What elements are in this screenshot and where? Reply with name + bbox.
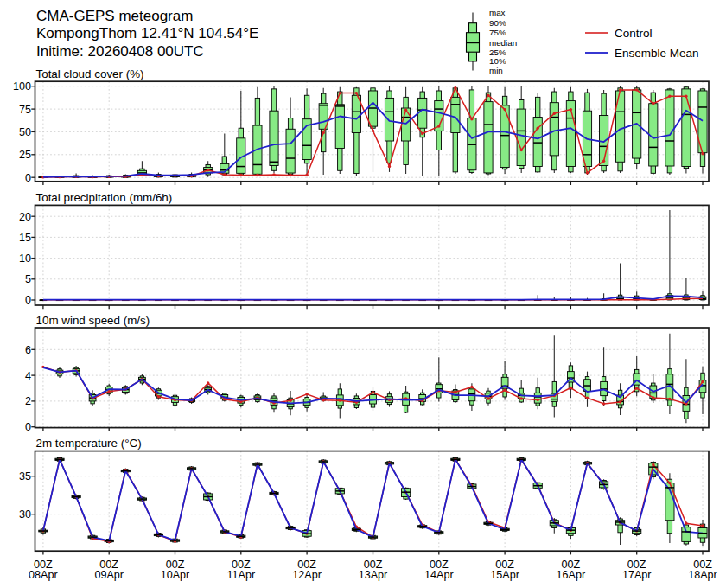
- svg-text:Total precipitation (mm/6h): Total precipitation (mm/6h): [36, 191, 173, 204]
- svg-text:11Apr: 11Apr: [226, 569, 255, 581]
- svg-text:100: 100: [13, 80, 31, 93]
- svg-text:18Apr: 18Apr: [688, 569, 717, 581]
- svg-text:20: 20: [19, 211, 31, 223]
- svg-text:median: median: [489, 38, 517, 48]
- svg-text:5: 5: [25, 273, 31, 285]
- svg-text:09Apr: 09Apr: [94, 569, 124, 581]
- svg-text:0: 0: [25, 294, 31, 306]
- svg-text:10: 10: [19, 252, 31, 265]
- svg-text:08Apr: 08Apr: [29, 569, 58, 581]
- svg-text:14Apr: 14Apr: [424, 569, 454, 581]
- svg-text:10Apr: 10Apr: [161, 569, 190, 581]
- svg-text:CMA-GEPS meteogram: CMA-GEPS meteogram: [36, 8, 193, 24]
- svg-text:35: 35: [19, 470, 31, 483]
- svg-text:max: max: [489, 8, 506, 17]
- svg-text:10m wind speed (m/s): 10m wind speed (m/s): [36, 314, 150, 327]
- svg-text:Total cloud cover (%): Total cloud cover (%): [36, 67, 144, 80]
- svg-text:50: 50: [19, 126, 31, 138]
- svg-text:75%: 75%: [489, 28, 506, 37]
- svg-text:0: 0: [25, 421, 31, 433]
- svg-text:12Apr: 12Apr: [292, 569, 322, 581]
- svg-text:25%: 25%: [489, 48, 506, 57]
- svg-text:16Apr: 16Apr: [557, 569, 586, 581]
- svg-text:17Apr: 17Apr: [622, 569, 652, 581]
- svg-text:13Apr: 13Apr: [359, 569, 388, 581]
- svg-text:10%: 10%: [489, 56, 506, 66]
- svg-text:min: min: [489, 66, 503, 75]
- svg-text:90%: 90%: [489, 18, 506, 28]
- svg-text:2: 2: [25, 395, 31, 407]
- svg-text:0: 0: [25, 172, 31, 184]
- svg-text:2m temperature (°C): 2m temperature (°C): [36, 437, 142, 450]
- svg-text:Control: Control: [615, 27, 653, 40]
- svg-text:6: 6: [25, 344, 31, 356]
- svg-text:15Apr: 15Apr: [490, 569, 519, 581]
- svg-text:75: 75: [19, 104, 31, 116]
- svg-text:4: 4: [25, 370, 31, 382]
- svg-text:Ensemble Mean: Ensemble Mean: [615, 47, 699, 60]
- svg-text:KompongThom 12.41°N 104.54°E: KompongThom 12.41°N 104.54°E: [36, 25, 258, 42]
- svg-text:30: 30: [19, 508, 31, 521]
- svg-text:25: 25: [19, 149, 31, 161]
- svg-text:Initime: 20260408 00UTC: Initime: 20260408 00UTC: [36, 43, 204, 60]
- svg-text:15: 15: [19, 232, 31, 244]
